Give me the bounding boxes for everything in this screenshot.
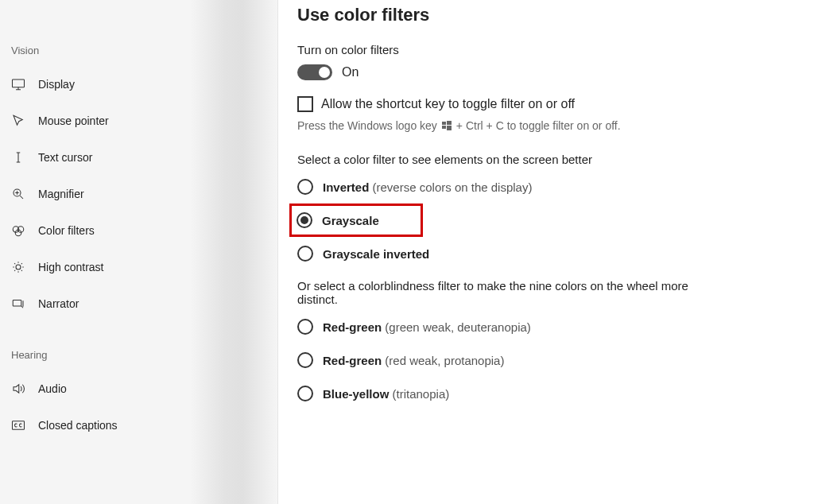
- svg-rect-11: [447, 126, 452, 130]
- windows-key-icon: [440, 121, 453, 130]
- radio-button: [297, 352, 313, 368]
- svg-rect-7: [13, 421, 25, 430]
- high-contrast-icon: [11, 260, 25, 274]
- svg-rect-9: [447, 121, 452, 125]
- radio-button: [297, 179, 313, 195]
- sidebar-item-display[interactable]: Display: [0, 66, 277, 103]
- narrator-icon: [11, 297, 25, 311]
- svg-point-5: [16, 265, 21, 269]
- radio-inverted[interactable]: Inverted (reverse colors on the display): [297, 179, 782, 195]
- sidebar-item-closed-captions[interactable]: Closed captions: [0, 407, 277, 444]
- checkbox-label: Allow the shortcut key to toggle filter …: [321, 97, 575, 111]
- sidebar-item-label: Magnifier: [38, 188, 84, 200]
- sidebar-item-label: Closed captions: [38, 419, 118, 432]
- display-icon: [11, 77, 25, 91]
- radio-tritanopia[interactable]: Blue-yellow (tritanopia): [297, 386, 782, 401]
- sidebar-item-label: Audio: [38, 382, 67, 395]
- sidebar: Vision Display Mouse pointer Text cursor…: [0, 0, 278, 504]
- select-filter-description: Select a color filter to see elements on…: [297, 153, 695, 166]
- mouse-pointer-icon: [11, 114, 25, 128]
- shortcut-checkbox[interactable]: [297, 96, 313, 112]
- section-header-vision: Vision: [0, 40, 277, 66]
- shortcut-hint: Press the Windows logo key + Ctrl + C to…: [297, 119, 621, 132]
- svg-rect-6: [13, 300, 21, 307]
- svg-rect-10: [442, 126, 446, 129]
- sidebar-item-color-filters[interactable]: Color filters: [0, 212, 277, 249]
- radio-button: [297, 386, 313, 401]
- radio-grayscale-inverted[interactable]: Grayscale inverted: [297, 246, 782, 262]
- closed-captions-icon: [11, 418, 25, 432]
- svg-rect-0: [13, 79, 25, 87]
- radio-button: [297, 319, 313, 335]
- color-filters-icon: [11, 223, 25, 238]
- main-content: Use color filters Turn on color filters …: [278, 0, 814, 504]
- radio-button: [297, 212, 312, 228]
- sidebar-item-label: High contrast: [38, 261, 103, 273]
- colorblind-description: Or select a colorblindness filter to mak…: [297, 279, 695, 306]
- sidebar-item-label: Display: [38, 78, 75, 91]
- magnifier-icon: [11, 187, 25, 201]
- color-filters-toggle[interactable]: [297, 64, 332, 80]
- sidebar-item-narrator[interactable]: Narrator: [0, 285, 277, 322]
- sidebar-item-high-contrast[interactable]: High contrast: [0, 249, 277, 285]
- toggle-heading: Turn on color filters: [297, 43, 782, 56]
- sidebar-item-label: Narrator: [38, 297, 79, 310]
- sidebar-item-mouse-pointer[interactable]: Mouse pointer: [0, 103, 277, 139]
- page-title: Use color filters: [297, 5, 782, 25]
- sidebar-item-text-cursor[interactable]: Text cursor: [0, 139, 277, 176]
- radio-grayscale[interactable]: Grayscale: [297, 212, 782, 228]
- svg-rect-8: [442, 122, 446, 125]
- text-cursor-icon: [11, 150, 25, 165]
- section-header-hearing: Hearing: [0, 344, 277, 370]
- sidebar-item-label: Text cursor: [38, 151, 92, 164]
- radio-deuteranopia[interactable]: Red-green (green weak, deuteranopia): [297, 319, 782, 335]
- sidebar-item-label: Mouse pointer: [38, 114, 109, 127]
- radio-button: [297, 246, 313, 262]
- sidebar-item-label: Color filters: [38, 224, 95, 237]
- audio-icon: [11, 382, 25, 396]
- toggle-state-label: On: [342, 65, 359, 79]
- sidebar-item-magnifier[interactable]: Magnifier: [0, 176, 277, 212]
- radio-protanopia[interactable]: Red-green (red weak, protanopia): [297, 352, 782, 368]
- sidebar-item-audio[interactable]: Audio: [0, 370, 277, 407]
